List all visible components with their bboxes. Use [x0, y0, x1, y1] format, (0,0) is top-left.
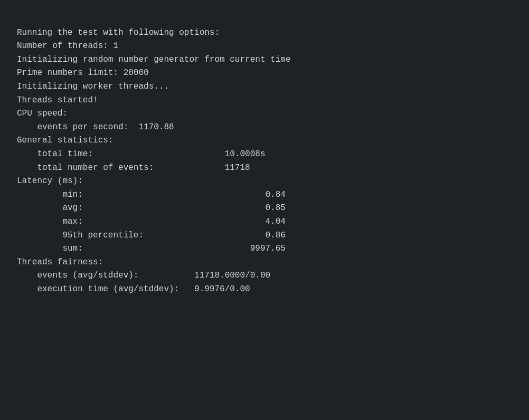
- line-15: max: 4.04: [17, 215, 512, 229]
- line-8: events per second: 1170.88: [17, 121, 512, 135]
- line-7: CPU speed:: [17, 107, 512, 121]
- terminal-output: Running the test with following options:…: [17, 13, 512, 296]
- line-18: Threads fairness:: [17, 256, 512, 270]
- line-12: Latency (ms):: [17, 175, 512, 188]
- line-13: min: 0.84: [17, 188, 512, 202]
- line-3: Initializing random number generator fro…: [17, 53, 512, 67]
- line-6: Threads started!: [17, 94, 512, 108]
- line-1: Running the test with following options:: [17, 26, 512, 40]
- line-4: Prime numbers limit: 20000: [17, 66, 512, 80]
- line-10: total time: 10.0008s: [17, 148, 512, 161]
- line-9: General statistics:: [17, 134, 512, 148]
- line-11: total number of events: 11718: [17, 161, 512, 175]
- line-17: sum: 9997.65: [17, 242, 512, 256]
- line-16: 95th percentile: 0.86: [17, 229, 512, 243]
- line-2: Number of threads: 1: [17, 40, 512, 53]
- line-20: execution time (avg/stddev): 9.9976/0.00: [17, 283, 512, 297]
- line-19: events (avg/stddev): 11718.0000/0.00: [17, 269, 512, 283]
- line-14: avg: 0.85: [17, 202, 512, 215]
- line-5: Initializing worker threads...: [17, 80, 512, 94]
